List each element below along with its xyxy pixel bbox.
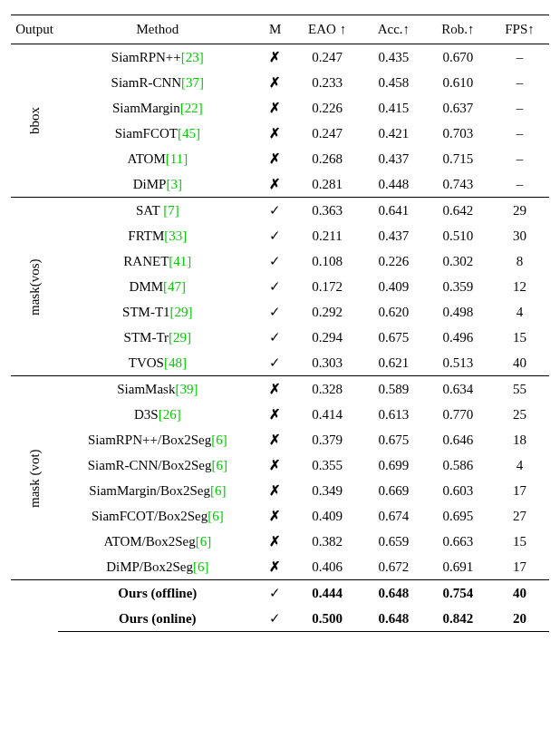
rob-cell: 0.586	[426, 452, 490, 478]
acc-cell: 0.675	[362, 427, 426, 452]
method-cell: Ours (online)	[58, 606, 257, 632]
table-row: mask(vos)SAT [7]✓0.3630.6410.64229	[11, 198, 549, 224]
cross-icon	[269, 74, 281, 91]
check-icon: ✓	[269, 329, 281, 345]
mask-flag: ✓	[257, 223, 294, 248]
table-row: SiamR-CNN[37]0.2330.4580.610–	[11, 70, 549, 95]
fps-cell: 17	[490, 478, 549, 503]
table-row: DMM[47]✓0.1720.4090.35912	[11, 274, 549, 299]
method-name: DMM	[130, 279, 164, 294]
acc-cell: 0.621	[362, 350, 426, 376]
method-cell: SiamMargin/Box2Seg[6]	[58, 478, 257, 503]
fps-cell: 8	[490, 248, 549, 274]
mask-flag	[257, 427, 294, 452]
eao-cell: 0.108	[293, 248, 361, 274]
fps-cell: –	[490, 95, 549, 121]
col-acc: Acc.↑	[362, 15, 426, 44]
mask-flag	[257, 478, 294, 503]
method-name: SiamR-CNN/Box2Seg	[88, 458, 212, 472]
acc-cell: 0.699	[362, 452, 426, 478]
acc-cell: 0.409	[362, 274, 426, 299]
acc-cell: 0.415	[362, 95, 426, 121]
table-row: DiMP[3]0.2810.4480.743–	[11, 171, 549, 198]
method-cell: TVOS[48]	[58, 350, 257, 376]
cross-icon	[269, 176, 281, 192]
eao-cell: 0.349	[293, 478, 361, 503]
eao-cell: 0.363	[293, 198, 361, 224]
col-eao: EAO ↑	[293, 15, 361, 44]
check-icon: ✓	[269, 585, 281, 600]
method-name: SiamMargin/Box2Seg	[89, 483, 210, 498]
eao-cell: 0.247	[293, 121, 361, 146]
mask-flag	[257, 376, 294, 403]
check-icon: ✓	[269, 228, 281, 243]
citation-ref: [22]	[180, 101, 203, 115]
table-header-row: Output Method M EAO ↑ Acc.↑ Rob.↑ FPS↑	[11, 15, 549, 44]
method-name: SiamMask	[117, 382, 175, 396]
method-name: SiamMargin	[112, 101, 180, 115]
cross-icon	[269, 559, 281, 575]
method-name: SiamRPN++/Box2Seg	[88, 433, 211, 447]
citation-ref: [6]	[210, 483, 227, 498]
rob-cell: 0.670	[426, 44, 490, 71]
rob-cell: 0.663	[426, 529, 490, 554]
eao-cell: 0.444	[293, 580, 361, 607]
method-cell: Ours (offline)	[58, 580, 257, 607]
method-cell: RANET[41]	[58, 248, 257, 274]
acc-cell: 0.674	[362, 503, 426, 529]
method-cell: SiamFCOT[45]	[58, 121, 257, 146]
acc-cell: 0.675	[362, 325, 426, 350]
acc-cell: 0.458	[362, 70, 426, 95]
fps-cell: –	[490, 44, 549, 71]
citation-ref: [29]	[170, 305, 193, 319]
citation-ref: [41]	[169, 254, 191, 268]
eao-cell: 0.406	[293, 554, 361, 580]
check-icon: ✓	[269, 278, 281, 294]
citation-ref: [37]	[181, 75, 204, 90]
method-name: D3S	[134, 407, 159, 422]
check-icon: ✓	[269, 253, 281, 268]
acc-cell: 0.435	[362, 44, 426, 71]
table-row: FRTM[33]✓0.2110.4370.51030	[11, 223, 549, 248]
mask-flag: ✓	[257, 274, 294, 299]
method-name: STM-Tr	[124, 330, 169, 345]
rob-cell: 0.770	[426, 402, 490, 427]
method-cell: SiamMargin[22]	[58, 95, 257, 121]
citation-ref: [11]	[166, 151, 188, 166]
citation-ref: [6]	[208, 509, 224, 523]
method-cell: SiamR-CNN[37]	[58, 70, 257, 95]
mask-flag: ✓	[257, 325, 294, 350]
citation-ref: [26]	[159, 407, 181, 422]
method-cell: STM-Tr[29]	[58, 325, 257, 350]
table-row: ATOM/Box2Seg[6]0.3820.6590.66315	[11, 529, 549, 554]
cross-icon	[269, 125, 281, 141]
check-icon: ✓	[269, 202, 281, 218]
mask-flag	[257, 121, 294, 146]
citation-ref: [39]	[175, 382, 198, 396]
rob-cell: 0.302	[426, 248, 490, 274]
citation-ref: [3]	[166, 177, 182, 191]
eao-cell: 0.414	[293, 402, 361, 427]
fps-cell: –	[490, 171, 549, 198]
eao-cell: 0.268	[293, 146, 361, 171]
table-row: Ours (offline)✓0.4440.6480.75440	[11, 580, 549, 607]
eao-cell: 0.500	[293, 606, 361, 632]
fps-cell: 18	[490, 427, 549, 452]
acc-cell: 0.648	[362, 580, 426, 607]
method-cell: STM-T1[29]	[58, 299, 257, 325]
method-name: ATOM	[128, 151, 166, 166]
mask-flag	[257, 452, 294, 478]
eao-cell: 0.281	[293, 171, 361, 198]
mask-flag: ✓	[257, 580, 294, 607]
cross-icon	[269, 406, 281, 423]
method-name: SiamRPN++	[111, 50, 181, 64]
group-label: mask (vot)	[11, 376, 58, 580]
table-row: RANET[41]✓0.1080.2260.3028	[11, 248, 549, 274]
table-row: SiamRPN++/Box2Seg[6]0.3790.6750.64618	[11, 427, 549, 452]
rob-cell: 0.603	[426, 478, 490, 503]
method-cell: DiMP[3]	[58, 171, 257, 198]
method-cell: DMM[47]	[58, 274, 257, 299]
eao-cell: 0.172	[293, 274, 361, 299]
mask-flag	[257, 146, 294, 171]
mask-flag: ✓	[257, 198, 294, 224]
